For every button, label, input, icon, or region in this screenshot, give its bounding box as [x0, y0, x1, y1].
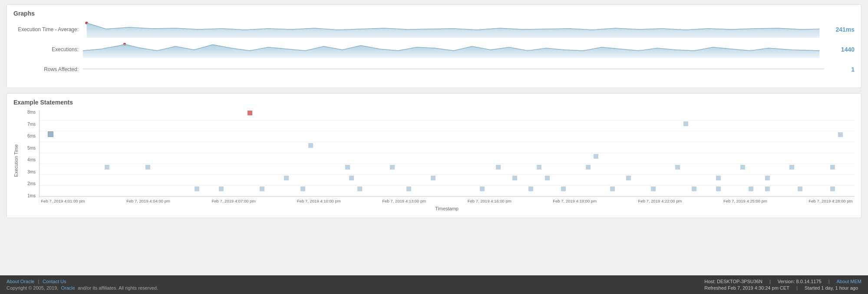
- about-oracle-link[interactable]: About Oracle: [7, 279, 34, 284]
- scatter-dot-3ms-3[interactable]: [345, 165, 350, 170]
- executions-chart: [83, 41, 824, 58]
- x-axis-title: Timestamp: [39, 206, 855, 211]
- scatter-container: Execution Time 1ms 2ms 3ms 4ms 5ms 6ms 7…: [13, 110, 855, 211]
- grid-line-5: [40, 142, 855, 142]
- statements-title: Example Statements: [13, 99, 855, 106]
- scatter-dot-3ms-10[interactable]: [789, 165, 794, 170]
- x-tick-6: Feb 7, 2019 4:16:00 pm: [465, 199, 513, 203]
- execution-time-label: Execution Time - Average:: [13, 26, 83, 33]
- scatter-dot-3ms-7[interactable]: [586, 165, 591, 170]
- grid-line-2: [40, 174, 855, 175]
- scatter-dot-2ms-2[interactable]: [349, 176, 354, 180]
- rows-affected-label: Rows Affected:: [13, 66, 83, 72]
- scatter-dot-2ms-7[interactable]: [716, 176, 721, 180]
- oracle-link[interactable]: Oracle: [61, 285, 75, 291]
- executions-row: Executions: 1440: [13, 41, 855, 58]
- execution-time-row: Execution Time - Average: 241ms: [13, 21, 855, 38]
- scatter-dot-1ms-1[interactable]: [195, 186, 199, 191]
- scatter-dot-3ms-6[interactable]: [537, 165, 541, 170]
- scatter-dot-1ms-5[interactable]: [357, 186, 362, 191]
- scatter-dot-3ms-2[interactable]: [145, 165, 150, 170]
- x-axis-labels: Feb 7, 2019 4:01:00 pm Feb 7, 2019 4:04:…: [39, 199, 855, 203]
- scatter-dot-1ms-12[interactable]: [692, 186, 696, 191]
- footer-right-top: Host: DESKTOP-3PSU36N | Version: 8.0.14.…: [704, 279, 861, 284]
- scatter-dot-1ms-14[interactable]: [749, 186, 753, 191]
- scatter-dot-2ms-1[interactable]: [284, 176, 289, 180]
- statements-section: Example Statements Execution Time 1ms 2m…: [7, 93, 861, 218]
- svg-marker-3: [83, 44, 819, 58]
- scatter-dot-3ms-5[interactable]: [496, 165, 501, 170]
- x-tick-3: Feb 7, 2019 4:07:00 pm: [210, 199, 257, 203]
- scatter-dot-highlight[interactable]: [248, 111, 252, 115]
- scatter-dot-4ms-1[interactable]: [594, 154, 598, 159]
- svg-marker-1: [87, 23, 820, 38]
- refreshed-text: Refreshed Feb 7, 2019 4:30:24 pm CET: [704, 285, 789, 291]
- y-tick-7ms: 7ms: [21, 122, 37, 127]
- scatter-dot-3ms-4[interactable]: [390, 165, 395, 170]
- y-tick-2ms: 2ms: [21, 182, 37, 186]
- y-tick-8ms: 8ms: [21, 110, 37, 114]
- y-tick-3ms: 3ms: [21, 170, 37, 174]
- y-tick-4ms: 4ms: [21, 158, 37, 162]
- chart-inner: 1ms 2ms 3ms 4ms 5ms 6ms 7ms 8ms: [21, 110, 855, 211]
- scatter-dot-1ms-15[interactable]: [765, 186, 770, 191]
- scatter-dot-6ms-right[interactable]: [838, 132, 843, 137]
- rows-affected-value: 1: [824, 66, 855, 73]
- footer: About Oracle | Contact Us Copyright © 20…: [0, 275, 868, 294]
- x-tick-10: Feb 7, 2019 4:28:00 pm: [807, 199, 855, 203]
- rights-text: and/or its affiliates. All rights reserv…: [78, 285, 158, 291]
- scatter-dot-1ms-16[interactable]: [798, 186, 802, 191]
- scatter-dot-current[interactable]: [48, 131, 53, 137]
- scatter-dot-7ms-1[interactable]: [683, 121, 688, 126]
- x-tick-5: Feb 7, 2019 4:13:00 pm: [380, 199, 428, 203]
- scatter-dot-1ms-2[interactable]: [219, 186, 224, 191]
- grid-line-7: [40, 120, 855, 121]
- scatter-dot-3ms-8[interactable]: [675, 165, 680, 170]
- host-label: Host: DESKTOP-3PSU36N: [704, 279, 762, 284]
- grid-line-4: [40, 153, 855, 153]
- scatter-dot-1ms-4[interactable]: [300, 186, 305, 191]
- pipe-3: |: [796, 285, 798, 291]
- scatter-dot-2ms-6[interactable]: [626, 176, 631, 180]
- pipe-1: |: [769, 279, 771, 284]
- scatter-dot-1ms-13[interactable]: [716, 186, 721, 191]
- about-mem-link[interactable]: About MEM: [837, 279, 861, 284]
- scatter-dot-5ms-1[interactable]: [308, 143, 313, 148]
- scatter-dot-3ms-1[interactable]: [105, 165, 109, 170]
- executions-value: 1440: [824, 46, 855, 53]
- scatter-dot-3ms-right[interactable]: [830, 165, 835, 170]
- y-tick-1ms: 1ms: [21, 194, 37, 198]
- scatter-dot-2ms-8[interactable]: [765, 176, 770, 180]
- executions-label: Executions:: [13, 46, 83, 52]
- scatter-dot-2ms-3[interactable]: [431, 176, 436, 180]
- scatter-dot-1ms-7[interactable]: [480, 186, 485, 191]
- scatter-dot-1ms-right[interactable]: [830, 186, 835, 191]
- footer-links: About Oracle | Contact Us: [7, 279, 158, 284]
- graphs-title: Graphs: [13, 10, 855, 17]
- y-tick-5ms: 5ms: [21, 146, 37, 150]
- scatter-dot-1ms-8[interactable]: [528, 186, 533, 191]
- x-tick-7: Feb 7, 2019 4:19:00 pm: [551, 199, 599, 203]
- grid-line-6: [40, 131, 855, 131]
- scatter-dot-1ms-3[interactable]: [260, 186, 264, 191]
- scatter-dot-2ms-4[interactable]: [512, 176, 517, 180]
- footer-right: Host: DESKTOP-3PSU36N | Version: 8.0.14.…: [704, 279, 861, 291]
- x-tick-1: Feb 7, 2019 4:01:00 pm: [39, 199, 87, 203]
- y-axis-label: Execution Time: [13, 110, 19, 211]
- graphs-section: Graphs Execution Time - Average:: [7, 4, 861, 88]
- pipe-2: |: [828, 279, 830, 284]
- footer-copyright: Copyright © 2005, 2019, Oracle and/or it…: [7, 285, 158, 291]
- y-axis: 1ms 2ms 3ms 4ms 5ms 6ms 7ms 8ms: [21, 110, 37, 198]
- scatter-dot-1ms-9[interactable]: [561, 186, 566, 191]
- scatter-dot-1ms-6[interactable]: [406, 186, 411, 191]
- execution-time-value: 241ms: [824, 26, 855, 33]
- scatter-dot-1ms-10[interactable]: [610, 186, 615, 191]
- contact-us-link[interactable]: Contact Us: [43, 279, 66, 284]
- scatter-dot-1ms-11[interactable]: [651, 186, 656, 191]
- rows-affected-row: Rows Affected: 1: [13, 61, 855, 78]
- scatter-dot-3ms-9[interactable]: [740, 165, 745, 170]
- plot-area: [39, 110, 855, 197]
- rows-affected-chart: [83, 61, 824, 78]
- footer-right-bottom: Refreshed Feb 7, 2019 4:30:24 pm CET | S…: [704, 285, 861, 291]
- scatter-dot-2ms-5[interactable]: [545, 176, 550, 180]
